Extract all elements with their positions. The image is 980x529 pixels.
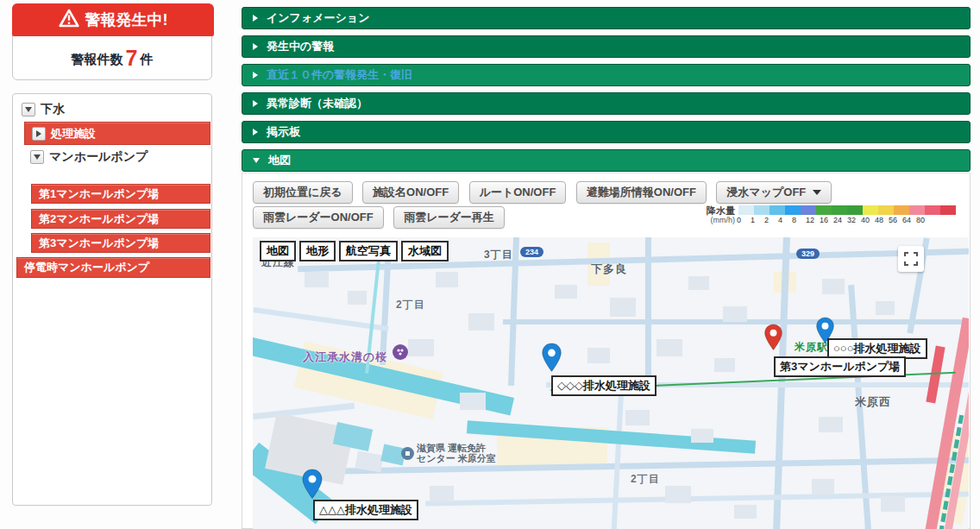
marker-label-pump3[interactable]: 第3マンホールポンプ場 (774, 356, 906, 377)
rain-radar-toggle-button[interactable]: 雨雲レーダーON/OFF (253, 206, 384, 229)
accordion-information[interactable]: インフォメーション (242, 7, 971, 29)
facility-name-toggle-button[interactable]: 施設名ON/OFF (362, 181, 459, 204)
map-canvas[interactable]: 近江線 3丁目 234 下多良 329 2丁目 2丁目 米原駅 米原西 入江承水… (253, 237, 969, 529)
warning-triangle-icon (59, 9, 79, 32)
map-panel: 初期位置に戻る 施設名ON/OFF ルートON/OFF 避難場所情報ON/OFF… (242, 173, 971, 529)
arrow-right-icon (253, 129, 258, 135)
map-pin-pump3-icon[interactable] (763, 324, 785, 354)
maplabel-license-center: 滋賀県 運転免許 センター 米原分室 (417, 443, 496, 463)
accordion-recent-alerts[interactable]: 直近１０件の警報発生・復旧 (242, 64, 971, 86)
arrow-right-icon (253, 72, 258, 79)
fullscreen-button[interactable] (898, 246, 924, 272)
tree-item-pump2[interactable]: 第2マンホールポンプ場 (31, 209, 210, 229)
tree-node-gesui: 下水 (22, 102, 65, 117)
marker-label-facility1[interactable]: ◇◇◇排水処理施設 (551, 375, 656, 396)
layer-button-water[interactable]: 水域図 (401, 241, 449, 261)
collapse-icon[interactable] (22, 103, 35, 117)
map-pin-facility1-icon[interactable] (541, 343, 562, 373)
accordion-bulletin[interactable]: 掲示板 (242, 121, 971, 143)
facility-tree: 下水 処理施設 マンホールポンプ 第1マンホールポンプ場 第2マンホールポンプ場… (12, 93, 212, 506)
arrow-down-icon (253, 158, 260, 163)
alert-count-number: 7 (126, 46, 138, 70)
accordion-diagnosis[interactable]: 異常診断（未確認） (242, 92, 971, 115)
maplabel-2chome-b: 2丁目 (631, 472, 660, 487)
building-poi-icon (401, 447, 414, 460)
layer-button-map[interactable]: 地図 (260, 241, 296, 261)
layer-button-terrain[interactable]: 地形 (299, 241, 336, 261)
rain-radar-play-button[interactable]: 雨雲レーダー再生 (393, 206, 505, 229)
route-toggle-button[interactable]: ルートON/OFF (469, 181, 567, 204)
maplabel-3chome: 3丁目 (484, 248, 513, 262)
route-badge-329: 329 (796, 249, 820, 259)
alert-banner: 警報発生中! (12, 3, 214, 36)
chevron-down-icon (813, 190, 821, 195)
map-pin-facility3-icon[interactable] (301, 469, 323, 499)
accordion-map[interactable]: 地図 (242, 149, 971, 172)
expand-icon[interactable] (32, 127, 46, 141)
alert-banner-text: 警報発生中! (85, 9, 168, 30)
fullscreen-icon (904, 252, 918, 266)
rain-legend-ticks: 01248121624324048566480 (738, 216, 956, 225)
tree-item-pump3[interactable]: 第3マンホールポンプ場 (31, 233, 210, 253)
maplabel-2chome-a: 2丁目 (396, 298, 425, 312)
marker-label-facility3[interactable]: △△△排水処理施設 (313, 500, 418, 520)
maplabel-maibara-nishi: 米原西 (855, 394, 891, 410)
arrow-right-icon (253, 100, 258, 107)
alert-count: 警報件数7件 (13, 41, 211, 77)
legend-unit: (mm/h) (707, 216, 735, 225)
rainfall-legend: 降水量 (mm/h) 01248121624324048566480 (707, 205, 956, 225)
tree-node-manhole-label: マンホールポンプ (49, 149, 148, 165)
collapse-icon[interactable] (30, 150, 44, 164)
tree-item-pump-poweroff[interactable]: 停電時マンホールポンプ (16, 257, 210, 278)
maplabel-shimotara: 下多良 (591, 261, 627, 277)
tree-item-pump1[interactable]: 第1マンホールポンプ場 (31, 184, 210, 204)
route-badge-234: 234 (520, 247, 543, 257)
arrow-right-icon (253, 43, 258, 50)
map-layer-switcher: 地図 地形 航空写真 水域図 (260, 241, 449, 261)
shelter-info-toggle-button[interactable]: 避難場所情報ON/OFF (576, 181, 707, 204)
flood-map-select[interactable]: 浸水マップOFF (716, 181, 832, 204)
rain-legend-bar (738, 205, 956, 216)
legend-title: 降水量 (707, 205, 735, 216)
tree-node-gesui-label: 下水 (41, 102, 65, 117)
flower-poi-icon (393, 344, 408, 360)
tree-item-shorishisetsu[interactable]: 処理施設 (24, 122, 210, 145)
accordion-active-alerts[interactable]: 発生中の警報 (242, 35, 971, 58)
arrow-right-icon (253, 15, 258, 22)
reset-position-button[interactable]: 初期位置に戻る (253, 181, 353, 204)
layer-button-aerial[interactable]: 航空写真 (339, 241, 398, 261)
maplabel-sakura: 入江承水溝の桜 (303, 350, 387, 365)
alert-panel: 警報発生中! 警報件数7件 (12, 3, 212, 80)
tree-node-manhole: マンホールポンプ (30, 149, 148, 165)
